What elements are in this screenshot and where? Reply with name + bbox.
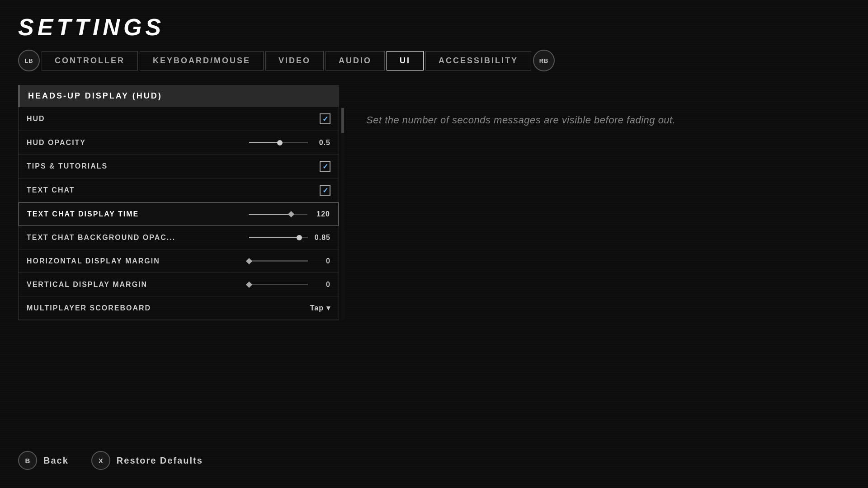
- page-container: SETTINGS LB CONTROLLER KEYBOARD/MOUSE VI…: [0, 0, 868, 488]
- slider-track-vertical-display-margin: [249, 284, 308, 285]
- setting-row-hud-opacity[interactable]: HUD OPACITY 0.5: [19, 131, 339, 155]
- setting-label-multiplayer-scoreboard: MULTIPLAYER SCOREBOARD: [27, 304, 151, 312]
- slider-value-horizontal-display-margin: 0: [312, 257, 330, 265]
- slider-track-text-chat-background-opacity: [249, 237, 308, 238]
- right-panel: Set the number of seconds messages are v…: [366, 85, 850, 128]
- slider-track-text-chat-display-time: [249, 214, 307, 215]
- left-panel: HEADS-UP DISPLAY (HUD) HUD HUD: [18, 85, 339, 320]
- description-text: Set the number of seconds messages are v…: [366, 112, 850, 128]
- setting-label-text-chat-display-time: TEXT CHAT DISPLAY TIME: [27, 210, 139, 218]
- settings-list: HUD HUD OPACITY: [18, 107, 339, 320]
- setting-row-hud[interactable]: HUD: [19, 107, 339, 131]
- slider-thumb-text-chat-background-opacity: [297, 235, 302, 240]
- slider-track-horizontal-display-margin: [249, 260, 308, 262]
- slider-value-vertical-display-margin: 0: [312, 281, 330, 289]
- tab-audio[interactable]: AUDIO: [326, 51, 385, 70]
- setting-row-multiplayer-scoreboard[interactable]: MULTIPLAYER SCOREBOARD Tap ▾: [19, 296, 339, 320]
- back-label: Back: [43, 455, 69, 466]
- dropdown-multiplayer-scoreboard[interactable]: Tap ▾: [310, 304, 330, 312]
- setting-row-horizontal-display-margin[interactable]: HORIZONTAL DISPLAY MARGIN 0: [19, 249, 339, 273]
- slider-horizontal-display-margin[interactable]: 0: [249, 257, 330, 265]
- back-button-icon: B: [18, 451, 37, 470]
- checkbox-hud[interactable]: [320, 113, 330, 124]
- checkbox-tips-tutorials[interactable]: [320, 161, 330, 172]
- setting-label-text-chat-background-opacity: TEXT CHAT BACKGROUND OPAC...: [27, 234, 175, 242]
- slider-hud-opacity[interactable]: 0.5: [249, 139, 330, 147]
- slider-fill-text-chat-background-opacity: [249, 237, 299, 238]
- slider-thumb-hud-opacity: [277, 140, 283, 145]
- back-action[interactable]: B Back: [18, 451, 69, 470]
- setting-label-hud-opacity: HUD OPACITY: [27, 139, 86, 147]
- setting-label-tips-tutorials: TIPS & TUTORIALS: [27, 162, 108, 170]
- setting-label-hud: HUD: [27, 115, 45, 123]
- slider-thumb-horizontal-display-margin: [246, 258, 252, 264]
- scrollbar-track: [341, 107, 344, 320]
- rb-button[interactable]: RB: [533, 50, 555, 71]
- settings-list-wrapper: HUD HUD OPACITY: [18, 107, 339, 320]
- setting-row-tips-tutorials[interactable]: TIPS & TUTORIALS: [19, 155, 339, 178]
- slider-value-hud-opacity: 0.5: [312, 139, 330, 147]
- bottom-bar: B Back X Restore Defaults: [18, 451, 203, 470]
- setting-label-text-chat: TEXT CHAT: [27, 186, 75, 194]
- slider-value-text-chat-display-time: 120: [312, 210, 330, 218]
- slider-track-hud-opacity: [249, 142, 308, 143]
- slider-vertical-display-margin[interactable]: 0: [249, 281, 330, 289]
- tab-ui[interactable]: UI: [387, 51, 424, 70]
- slider-text-chat-display-time[interactable]: 120: [249, 210, 330, 218]
- scrollbar-thumb: [341, 108, 344, 133]
- setting-row-text-chat-background-opacity[interactable]: TEXT CHAT BACKGROUND OPAC... 0.85: [19, 226, 339, 249]
- slider-thumb-text-chat-display-time: [288, 211, 294, 217]
- restore-defaults-label: Restore Defaults: [117, 455, 203, 466]
- slider-fill-hud-opacity: [249, 142, 280, 143]
- setting-label-vertical-display-margin: VERTICAL DISPLAY MARGIN: [27, 281, 147, 289]
- lb-button[interactable]: LB: [18, 50, 40, 71]
- section-header: HEADS-UP DISPLAY (HUD): [18, 85, 339, 107]
- tab-accessibility[interactable]: ACCESSIBILITY: [425, 51, 531, 70]
- slider-thumb-vertical-display-margin: [246, 281, 252, 287]
- tab-bar: LB CONTROLLER KEYBOARD/MOUSE VIDEO AUDIO…: [18, 50, 850, 71]
- b-icon: B: [25, 457, 30, 465]
- page-title: SETTINGS: [18, 14, 850, 41]
- dropdown-value-multiplayer-scoreboard: Tap: [310, 304, 324, 312]
- setting-label-horizontal-display-margin: HORIZONTAL DISPLAY MARGIN: [27, 257, 160, 265]
- slider-text-chat-background-opacity[interactable]: 0.85: [249, 234, 330, 242]
- chevron-down-icon: ▾: [326, 304, 330, 312]
- setting-row-text-chat-display-time[interactable]: TEXT CHAT DISPLAY TIME 120: [19, 202, 339, 226]
- restore-defaults-button-icon: X: [91, 451, 110, 470]
- slider-fill-text-chat-display-time: [249, 214, 291, 215]
- setting-row-vertical-display-margin[interactable]: VERTICAL DISPLAY MARGIN 0: [19, 273, 339, 296]
- tab-video[interactable]: VIDEO: [265, 51, 324, 70]
- tab-controller[interactable]: CONTROLLER: [42, 51, 138, 70]
- restore-defaults-action[interactable]: X Restore Defaults: [91, 451, 203, 470]
- slider-value-text-chat-background-opacity: 0.85: [312, 234, 330, 242]
- checkbox-text-chat[interactable]: [320, 185, 330, 196]
- setting-row-text-chat[interactable]: TEXT CHAT: [19, 178, 339, 202]
- x-icon: X: [99, 457, 103, 465]
- tab-keyboard-mouse[interactable]: KEYBOARD/MOUSE: [140, 51, 264, 70]
- main-layout: HEADS-UP DISPLAY (HUD) HUD HUD: [18, 85, 850, 320]
